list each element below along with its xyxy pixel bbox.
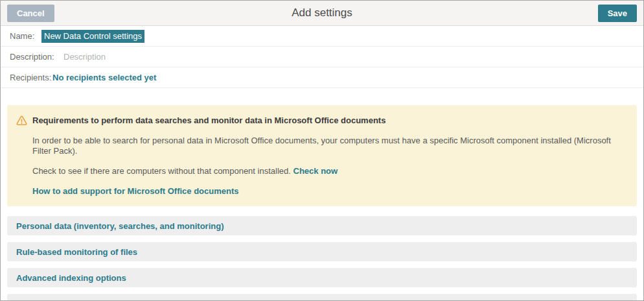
description-input[interactable]: [63, 52, 323, 62]
office-support-help-link[interactable]: How to add support for Microsoft Office …: [32, 186, 239, 196]
section-advanced-indexing[interactable]: Advanced indexing options: [7, 268, 637, 287]
warning-check-row: Check to see if there are computers with…: [32, 166, 628, 176]
description-label: Description:: [10, 52, 63, 62]
warning-triangle-icon: [16, 115, 27, 126]
section-advanced-indexing-label: Advanced indexing options: [16, 273, 126, 283]
add-settings-page: Cancel Add settings Save Name: New Data …: [0, 0, 644, 301]
section-rule-based-monitoring-label: Rule-based monitoring of files: [16, 247, 137, 257]
save-button[interactable]: Save: [598, 5, 637, 22]
section-personal-data[interactable]: Personal data (inventory, searches, and …: [7, 216, 637, 235]
section-rule-based-monitoring[interactable]: Rule-based monitoring of files: [7, 242, 637, 261]
warning-paragraph: In order to be able to search for person…: [32, 136, 628, 156]
page-title: Add settings: [1, 6, 643, 19]
section-removable-storage[interactable]: Write to removable storage drives: [7, 294, 637, 301]
section-personal-data-label: Personal data (inventory, searches, and …: [16, 221, 224, 231]
name-row: Name: New Data Control settings: [1, 26, 643, 47]
section-removable-storage-label: Write to removable storage drives: [16, 299, 152, 301]
description-row: Description:: [1, 47, 643, 67]
recipients-label: Recipients:: [10, 73, 52, 82]
name-label: Name:: [10, 31, 41, 41]
office-requirements-warning-panel: Requirements to perform data searches an…: [7, 105, 637, 206]
warning-title: Requirements to perform data searches an…: [32, 115, 385, 126]
name-input[interactable]: New Data Control settings: [41, 30, 144, 43]
warning-help-row: How to add support for Microsoft Office …: [32, 186, 628, 197]
warning-header: Requirements to perform data searches an…: [16, 115, 628, 126]
cancel-button[interactable]: Cancel: [7, 5, 54, 22]
recipients-link[interactable]: No recipients selected yet: [52, 73, 156, 82]
recipients-row: Recipients: No recipients selected yet: [1, 67, 643, 88]
check-now-link[interactable]: Check now: [293, 166, 338, 176]
top-bar: Cancel Add settings Save: [1, 1, 643, 26]
warning-check-text: Check to see if there are computers with…: [32, 166, 291, 176]
